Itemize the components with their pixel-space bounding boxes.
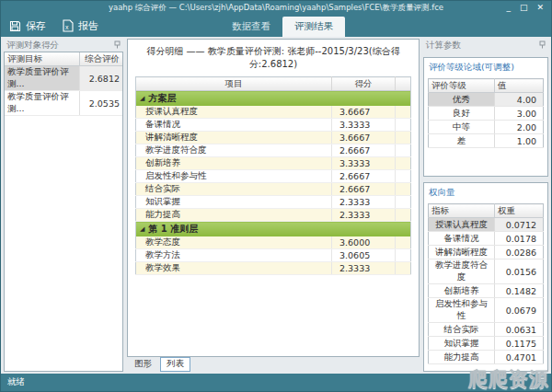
col-weight[interactable]: 权重 <box>495 204 544 218</box>
weight-row-value: 0.0679 <box>495 298 544 323</box>
weight-row-value: 0.1175 <box>495 337 544 351</box>
score-item-row[interactable]: 知识掌握2.3333 <box>136 196 411 209</box>
weight-row-name: 授课认真程度 <box>429 218 495 232</box>
score-item-row[interactable]: 结合实际2.6667 <box>136 183 411 196</box>
report-button[interactable]: x 报告 <box>54 15 107 37</box>
main-tabstrip: 数据查看 评测结果 <box>220 17 345 37</box>
svg-text:x: x <box>65 24 69 30</box>
toolbar: 保存 x 报告 数据查看 评测结果 <box>1 15 551 37</box>
group-row[interactable]: ◢第 1 准则层 <box>136 222 411 237</box>
score-item-row[interactable]: 教学效果2.3333 <box>136 262 411 275</box>
save-button[interactable]: 保存 <box>1 15 54 37</box>
weight-row[interactable]: 能力提高0.4701 <box>429 351 544 364</box>
close-button[interactable]: ✕ <box>536 4 544 12</box>
pin-icon[interactable] <box>539 40 546 51</box>
expand-icon[interactable]: ◢ <box>140 95 144 102</box>
item-score: 2.6667 <box>332 144 396 157</box>
tab-graph[interactable]: 图形 <box>128 357 158 372</box>
empty-cell <box>396 262 411 275</box>
maximize-button[interactable]: □ <box>520 4 528 12</box>
view-tabstrip: 图形 列表 <box>127 357 420 372</box>
item-score: 2.3333 <box>332 196 396 209</box>
item-score: 3.3333 <box>332 157 396 170</box>
expand-icon[interactable]: ◢ <box>140 225 144 233</box>
weight-row[interactable]: 结合实际0.0631 <box>429 323 544 337</box>
item-score: 3.3333 <box>332 119 396 132</box>
target-name: 教学质量评价评测... <box>5 91 80 116</box>
weight-row[interactable]: 讲解清晰程度0.0286 <box>429 246 544 259</box>
group-label: 方案层 <box>148 93 176 103</box>
grade-section-label[interactable]: 评价等级论域(可调整) <box>428 60 544 78</box>
grade-row[interactable]: 中等2.00 <box>429 121 544 134</box>
item-name: 教学效果 <box>136 262 332 275</box>
weight-row[interactable]: 创新培养0.1482 <box>429 284 544 298</box>
col-grade[interactable]: 评价等级 <box>429 79 495 93</box>
eval-scores-panel: 评测对象得分 评测目标 综合评价 教学质量评价评测...2.6812教学质量评价… <box>4 39 123 372</box>
item-score: 3.6667 <box>332 106 396 119</box>
weight-section-label[interactable]: 权向量 <box>428 185 544 203</box>
grade-row-name: 优秀 <box>429 93 495 107</box>
grade-row[interactable]: 良好3.00 <box>429 107 544 121</box>
weight-row-value: 0.0156 <box>495 259 544 284</box>
grade-row[interactable]: 优秀4.00 <box>429 93 544 107</box>
item-score: 2.3333 <box>332 262 396 275</box>
weight-row[interactable]: 教学进度符合度0.0156 <box>429 259 544 284</box>
calc-params-panel: 计算参数 评价等级论域(可调整) 评价等级 值 优秀4.00良好3.00中等2.… <box>423 39 548 372</box>
col-indicator[interactable]: 指标 <box>429 204 495 218</box>
weight-row-value: 0.1482 <box>495 284 544 298</box>
empty-cell <box>396 132 411 144</box>
score-detail-table: 项目 得分 ◢方案层授课认真程度3.6667备课情况3.3333讲解清晰程度3.… <box>135 76 411 275</box>
empty-cell <box>396 209 411 222</box>
item-name: 讲解清晰程度 <box>136 132 332 144</box>
excel-report-icon: x <box>63 19 74 32</box>
weight-row-name: 能力提高 <box>429 351 495 364</box>
weight-row[interactable]: 启发性和参与性0.0679 <box>429 298 544 323</box>
score-item-row[interactable]: 备课情况3.3333 <box>136 119 411 132</box>
left-panel-title: 评测对象得分 <box>6 40 59 52</box>
col-grade-value[interactable]: 值 <box>495 79 544 93</box>
eval-target-row[interactable]: 教学质量评价评测...2.0535 <box>5 91 122 116</box>
weight-row[interactable]: 知识掌握0.1175 <box>429 337 544 351</box>
target-name: 教学质量评价评测... <box>5 66 80 91</box>
col-score[interactable]: 得分 <box>332 77 396 91</box>
score-item-row[interactable]: 教学方法3.0605 <box>136 249 411 262</box>
save-label: 保存 <box>26 19 46 33</box>
eval-target-row[interactable]: 教学质量评价评测...2.6812 <box>5 66 122 91</box>
table-header-row: 评测目标 综合评价 <box>5 52 122 66</box>
score-item-row[interactable]: 创新培养3.3333 <box>136 157 411 170</box>
grade-row-value: 4.00 <box>495 93 544 107</box>
score-item-row[interactable]: 授课认真程度3.6667 <box>136 106 411 119</box>
score-item-row[interactable]: 教学进度符合度2.6667 <box>136 144 411 157</box>
minimize-button[interactable]: _ <box>506 4 511 12</box>
weight-row-name: 启发性和参与性 <box>429 298 495 323</box>
weight-row[interactable]: 授课认真程度0.0712 <box>429 218 544 232</box>
tab-eval-results[interactable]: 评测结果 <box>282 17 345 37</box>
tab-list[interactable]: 列表 <box>160 357 190 372</box>
col-composite-score[interactable]: 综合评价 <box>80 52 123 66</box>
grade-row-value: 1.00 <box>495 134 544 148</box>
col-item[interactable]: 项目 <box>136 77 332 91</box>
col-eval-target[interactable]: 评测目标 <box>5 52 80 66</box>
tab-data-view[interactable]: 数据查看 <box>220 17 282 37</box>
pin-icon[interactable] <box>114 40 121 51</box>
score-detail-title: 得分明细 —— 教学质量评价评测: 张老师--2015/3/23(综合得分:2.… <box>135 42 411 76</box>
group-row[interactable]: ◢方案层 <box>136 91 411 107</box>
score-item-row[interactable]: 启发性和参与性2.6667 <box>136 170 411 183</box>
weight-row[interactable]: 备课情况0.0178 <box>429 232 544 246</box>
empty-cell <box>396 106 411 119</box>
score-item-row[interactable]: 能力提高2.3333 <box>136 209 411 222</box>
group-cell: ◢第 1 准则层 <box>136 222 411 237</box>
grade-row[interactable]: 差1.00 <box>429 134 544 148</box>
grade-table: 评价等级 值 优秀4.00良好3.00中等2.00差1.00 <box>428 78 544 148</box>
score-item-row[interactable]: 讲解清晰程度3.6667 <box>136 132 411 144</box>
weight-row-value: 0.0286 <box>495 246 544 259</box>
item-score: 2.6667 <box>332 170 396 183</box>
target-score: 2.0535 <box>80 91 123 116</box>
group-cell: ◢方案层 <box>136 91 411 107</box>
table-header-row: 评价等级 值 <box>429 79 544 93</box>
score-item-row[interactable]: 教学态度3.6000 <box>136 236 411 249</box>
watermark: 爬爬资源 <box>468 366 549 392</box>
item-score: 2.6667 <box>332 183 396 196</box>
window-controls: _ □ ✕ <box>506 1 544 15</box>
weight-row-value: 0.0712 <box>495 218 544 232</box>
